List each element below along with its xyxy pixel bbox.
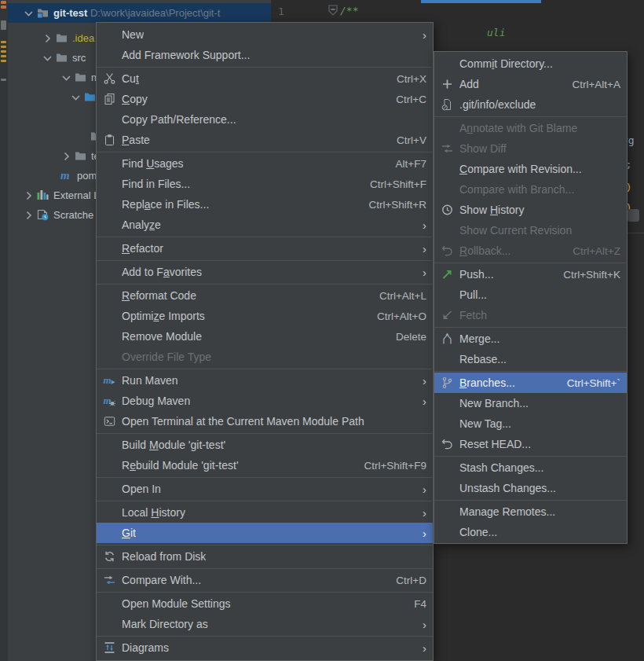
- menu-item-new-tag[interactable]: New Tag...: [434, 413, 627, 434]
- menu-item-merge[interactable]: Merge...: [434, 329, 627, 349]
- submenu-arrow-icon: ›: [416, 642, 426, 654]
- menu-item-label: Show History: [459, 204, 525, 216]
- menu-item-push[interactable]: Push...Ctrl+Shift+K: [434, 264, 627, 285]
- tree-row-git-test[interactable]: git-test D:\work\javaidea\Project\git-t: [8, 3, 271, 23]
- menu-item-remove-module[interactable]: Remove ModuleDelete: [97, 326, 433, 347]
- menu-item-find-usages[interactable]: Find UsagesAlt+F7: [97, 153, 433, 174]
- folder-icon: [74, 149, 87, 163]
- menu-item-open-module-settings[interactable]: Open Module SettingsF4: [97, 593, 433, 614]
- chevron-right-icon[interactable]: [41, 32, 53, 45]
- icon-placeholder: [101, 527, 117, 539]
- menu-item-label: Push...: [459, 268, 494, 281]
- tree-row-label: git-test D:\work\javaidea\Project\git-t: [53, 6, 220, 20]
- menu-item-refactor[interactable]: Refactor›: [97, 238, 433, 259]
- maven-icon: m: [60, 169, 73, 182]
- menu-item-stash-changes[interactable]: Stash Changes...: [434, 457, 627, 478]
- menu-item-compare-with[interactable]: Compare With...Ctrl+D: [97, 570, 433, 590]
- menu-item-reset-head[interactable]: Reset HEAD...: [434, 434, 627, 454]
- menu-item-override-file-type: Override File Type: [97, 347, 433, 367]
- submenu-arrow-icon: ›: [416, 243, 426, 255]
- undo-icon: [439, 244, 455, 257]
- menu-item-open-in[interactable]: Open In›: [97, 479, 433, 499]
- menu-item-label: Mark Directory as: [122, 618, 208, 630]
- menu-item-git-info-exclude[interactable]: .git/info/exclude: [434, 94, 627, 115]
- menu-item-cut[interactable]: CutCtrl+X: [97, 68, 433, 89]
- menu-item-add-to-favorites[interactable]: Add to Favorites›: [97, 262, 433, 282]
- menu-item-clone[interactable]: Clone...: [434, 522, 627, 542]
- menu-item-label: Compare with Branch...: [459, 183, 574, 196]
- menu-item-show-history[interactable]: Show History: [434, 200, 627, 220]
- project-path: D:\work\javaidea\Project\git-t: [90, 7, 220, 19]
- menu-item-label: Optimize Imports: [122, 310, 205, 322]
- menu-item-run-maven[interactable]: mRun Maven›: [97, 370, 433, 391]
- menu-item-branches[interactable]: Branches...Ctrl+Shift+`: [434, 373, 627, 393]
- project-context-menu: New›Add Framework Support...CutCtrl+XCop…: [96, 22, 434, 661]
- menu-item-label: Reset HEAD...: [459, 438, 531, 450]
- menu-item-reformat-code[interactable]: Reformat CodeCtrl+Alt+L: [97, 285, 433, 306]
- menu-item-rebase[interactable]: Rebase...: [434, 349, 627, 369]
- menu-item-label: Compare with Revision...: [459, 163, 582, 175]
- menu-item-commit-directory[interactable]: Commit Directory...: [434, 53, 627, 74]
- editor-scrollbar-thumb[interactable]: [628, 209, 639, 222]
- menu-item-compare-with-revision[interactable]: Compare with Revision...: [434, 159, 627, 179]
- submenu-arrow-icon: ›: [416, 219, 426, 231]
- chevron-right-icon[interactable]: [60, 150, 72, 163]
- maven-run-icon: m: [101, 374, 117, 387]
- menu-item-build-module-git-test[interactable]: Build Module 'git-test': [97, 435, 433, 455]
- menu-item-fetch: Fetch: [434, 305, 627, 325]
- menu-separator: [97, 433, 433, 434]
- menu-item-diagrams[interactable]: Diagrams›: [97, 637, 433, 658]
- menu-item-new[interactable]: New›: [97, 24, 433, 45]
- menu-item-git[interactable]: Git›: [97, 523, 433, 543]
- sync-icon: [101, 550, 117, 563]
- menu-item-manage-remotes[interactable]: Manage Remotes...: [434, 501, 627, 522]
- submenu-arrow-icon: ›: [416, 619, 426, 630]
- icon-placeholder: [439, 482, 455, 494]
- menu-item-reload-from-disk[interactable]: Reload from Disk: [97, 546, 433, 567]
- menu-item-add[interactable]: AddCtrl+Alt+A: [434, 74, 627, 94]
- submenu-arrow-icon: ›: [416, 266, 426, 278]
- libraries-icon: [36, 189, 49, 202]
- icon-placeholder: [439, 57, 455, 70]
- menu-item-pull[interactable]: Pull...: [434, 285, 627, 305]
- menu-item-paste[interactable]: PasteCtrl+V: [97, 130, 433, 150]
- menu-item-replace-in-files[interactable]: Replace in Files...Ctrl+Shift+R: [97, 194, 433, 215]
- menu-item-mark-directory-as[interactable]: Mark Directory as›: [97, 614, 433, 634]
- menu-item-label: Find in Files...: [122, 178, 190, 190]
- menu-separator: [97, 260, 433, 261]
- menu-item-analyze[interactable]: Analyze›: [97, 215, 433, 235]
- menu-separator: [97, 284, 433, 285]
- tree-row-label: .idea: [72, 31, 94, 45]
- menu-item-label: Build Module 'git-test': [122, 439, 225, 451]
- svg-text:m: m: [60, 169, 70, 182]
- chevron-down-icon[interactable]: [60, 72, 72, 84]
- menu-item-rebuild-module-git-test[interactable]: Rebuild Module 'git-test'Ctrl+Shift+F9: [97, 455, 433, 476]
- menu-item-label: Local History: [122, 506, 185, 519]
- menu-item-shortcut: Ctrl+Shift+R: [353, 199, 426, 211]
- undo-icon: [439, 438, 455, 450]
- icon-placeholder: [101, 242, 117, 255]
- menu-item-new-branch[interactable]: New Branch...: [434, 393, 627, 413]
- menu-item-label: Replace in Files...: [122, 198, 209, 211]
- chevron-right-icon[interactable]: [22, 189, 35, 202]
- menu-item-copy[interactable]: CopyCtrl+C: [97, 89, 433, 109]
- maven-debug-icon: m: [101, 395, 117, 407]
- icon-placeholder: [439, 461, 455, 474]
- chevron-down-icon[interactable]: [69, 91, 82, 104]
- tree-row-label: src: [72, 51, 86, 64]
- menu-separator: [97, 636, 433, 637]
- menu-item-copy-path-reference[interactable]: Copy Path/Reference...: [97, 109, 433, 130]
- chevron-right-icon[interactable]: [22, 209, 35, 222]
- fold-marker-icon[interactable]: [327, 5, 338, 17]
- icon-placeholder: [101, 439, 117, 451]
- menu-item-local-history[interactable]: Local History›: [97, 502, 433, 523]
- chevron-down-icon[interactable]: [41, 52, 53, 64]
- menu-item-find-in-files[interactable]: Find in Files...Ctrl+Shift+F: [97, 174, 433, 194]
- chevron-down-icon[interactable]: [22, 7, 35, 20]
- menu-item-unstash-changes[interactable]: Unstash Changes...: [434, 478, 627, 498]
- menu-separator: [434, 371, 627, 372]
- menu-item-debug-maven[interactable]: mDebug Maven›: [97, 391, 433, 411]
- menu-item-open-terminal-at-the-current-maven-module-path[interactable]: Open Terminal at the Current Maven Modul…: [97, 411, 433, 431]
- menu-item-add-framework-support[interactable]: Add Framework Support...: [97, 45, 433, 65]
- menu-item-optimize-imports[interactable]: Optimize ImportsCtrl+Alt+O: [97, 306, 433, 326]
